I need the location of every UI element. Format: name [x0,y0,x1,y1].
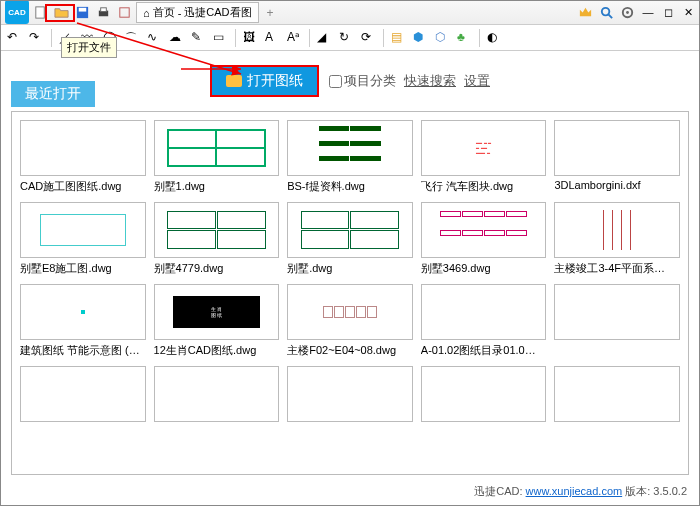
recent-grid: CAD施工图图纸.dwg别墅1.dwgBS-f提资料.dwg━━ ━ ━━ ━━… [20,120,680,425]
dim-icon[interactable]: Aᵃ [287,30,302,45]
project-category-checkbox[interactable]: 项目分类 [329,72,396,90]
file-name: 别墅.dwg [287,261,413,276]
svg-rect-5 [120,8,129,17]
tools-icon[interactable] [117,5,132,20]
file-card[interactable]: 3DLamborgini.dxf [554,120,680,194]
file-thumb [554,284,680,340]
file-name: 别墅4779.dwg [154,261,280,276]
file-thumb [20,120,146,176]
file-thumb [20,202,146,258]
erase-icon[interactable]: ◢ [317,30,332,45]
file-name: BS-f提资料.dwg [287,179,413,194]
tab-title: 迅捷CAD看图 [184,5,251,20]
block-icon[interactable]: ⬢ [413,30,428,45]
palette-icon[interactable]: ◐ [487,30,502,45]
file-thumb [154,366,280,422]
file-name: 主楼F02~E04~08.dwg [287,343,413,358]
file-card[interactable] [287,366,413,425]
file-thumb [554,202,680,258]
redo-icon[interactable]: ↷ [29,30,44,45]
file-card[interactable] [554,366,680,425]
open-drawing-label: 打开图纸 [247,72,303,90]
format-icon[interactable]: ♣ [457,30,472,45]
pencil-icon[interactable]: ✎ [191,30,206,45]
action-row: 打开图纸 项目分类 快速搜索 设置 [1,51,699,105]
file-card[interactable] [554,284,680,358]
file-thumb: ━━ ━ ━━ ━━━━━ ━ [421,120,547,176]
folder-icon [226,75,242,87]
file-card[interactable]: A-01.02图纸目录01.0… [421,284,547,358]
file-thumb: 生 肖图 纸 [154,284,280,340]
footer-url[interactable]: www.xunjiecad.com [526,485,623,497]
window-controls: — ◻ ✕ [578,5,695,20]
rect-icon[interactable]: ▭ [213,30,228,45]
svg-rect-4 [101,8,107,12]
checkbox-label: 项目分类 [344,72,396,90]
file-name: 飞行 汽车图块.dwg [421,179,547,194]
new-tab-button[interactable]: + [263,6,278,20]
tab-home[interactable]: ⌂ 首页 - 迅捷CAD看图 [136,2,259,23]
open-drawing-button[interactable]: 打开图纸 [210,65,319,97]
file-thumb [287,366,413,422]
file-name: 别墅E8施工图.dwg [20,261,146,276]
search-icon[interactable] [599,5,614,20]
gear-icon[interactable] [620,5,635,20]
file-card[interactable] [421,366,547,425]
file-thumb [554,120,680,176]
file-thumb [20,366,146,422]
file-card[interactable]: ━━ ━ ━━ ━━━━━ ━飞行 汽车图块.dwg [421,120,547,194]
tab-prefix: 首页 [153,5,175,20]
file-card[interactable]: 别墅4779.dwg [154,202,280,276]
print-icon[interactable] [96,5,111,20]
image-icon[interactable]: 🖼 [243,30,258,45]
arc-icon[interactable]: ⌒ [125,30,140,45]
app-logo: CAD [5,0,29,24]
file-card[interactable]: 别墅.dwg [287,202,413,276]
maximize-button[interactable]: ◻ [661,5,675,19]
divider [309,29,310,47]
file-thumb [421,284,547,340]
checkbox-input[interactable] [329,75,342,88]
svg-line-7 [608,14,612,18]
file-thumb [287,120,413,176]
save-icon[interactable] [75,5,90,20]
file-card[interactable]: CAD施工图图纸.dwg [20,120,146,194]
recent-grid-container: CAD施工图图纸.dwg别墅1.dwgBS-f提资料.dwg━━ ━ ━━ ━━… [11,111,689,475]
settings-link[interactable]: 设置 [464,72,490,90]
minimize-button[interactable]: — [641,5,655,19]
file-card[interactable] [154,366,280,425]
divider [235,29,236,47]
file-name: 建筑图纸 节能示意图 (… [20,343,146,358]
file-thumb [287,202,413,258]
quick-search-link[interactable]: 快速搜索 [404,72,456,90]
layers-icon[interactable]: ▤ [391,30,406,45]
file-thumb [421,202,547,258]
file-card[interactable]: 别墅1.dwg [154,120,280,194]
vip-icon[interactable] [578,5,593,20]
footer: 迅捷CAD: www.xunjiecad.com 版本: 3.5.0.2 [474,484,687,499]
divider [51,29,52,47]
file-card[interactable]: 主楼F02~E04~08.dwg [287,284,413,358]
rotate-icon[interactable]: ↻ [339,30,354,45]
file-card[interactable]: 别墅3469.dwg [421,202,547,276]
svg-point-6 [602,8,610,16]
cube-icon[interactable]: ⬡ [435,30,450,45]
undo-icon[interactable]: ↶ [7,30,22,45]
cloud-icon[interactable]: ☁ [169,30,184,45]
file-name: CAD施工图图纸.dwg [20,179,146,194]
close-button[interactable]: ✕ [681,5,695,19]
text-icon[interactable]: A [265,30,280,45]
file-thumb [421,366,547,422]
file-card[interactable]: 别墅E8施工图.dwg [20,202,146,276]
footer-version-label: 版本: [625,485,650,497]
file-card[interactable]: 主楼竣工3-4F平面系… [554,202,680,276]
file-thumb [20,284,146,340]
spline-icon[interactable]: ∿ [147,30,162,45]
svg-rect-0 [36,7,44,18]
divider [479,29,480,47]
refresh-icon[interactable]: ⟳ [361,30,376,45]
file-card[interactable]: 生 肖图 纸12生肖CAD图纸.dwg [154,284,280,358]
file-card[interactable]: BS-f提资料.dwg [287,120,413,194]
file-card[interactable]: 建筑图纸 节能示意图 (… [20,284,146,358]
file-card[interactable] [20,366,146,425]
